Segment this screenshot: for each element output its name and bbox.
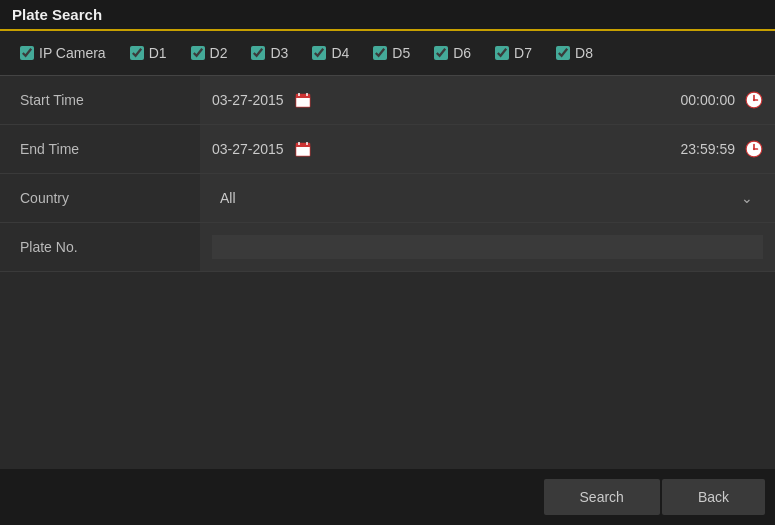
d8-checkbox-item[interactable]: D8 bbox=[556, 45, 593, 61]
d1-checkbox[interactable] bbox=[130, 46, 144, 60]
title-bar: Plate Search bbox=[0, 0, 775, 31]
spacer bbox=[0, 272, 775, 447]
d1-checkbox-item[interactable]: D1 bbox=[130, 45, 167, 61]
d8-checkbox[interactable] bbox=[556, 46, 570, 60]
country-row: Country All USA UK Canada Australia bbox=[0, 174, 775, 223]
plate-no-input[interactable] bbox=[212, 235, 763, 259]
camera-row: IP Camera D1 D2 D3 D4 D5 D6 D7 D8 bbox=[0, 31, 775, 76]
end-clock-icon[interactable] bbox=[745, 140, 763, 158]
d7-checkbox-item[interactable]: D7 bbox=[495, 45, 532, 61]
ip-camera-label: IP Camera bbox=[39, 45, 106, 61]
d5-checkbox-item[interactable]: D5 bbox=[373, 45, 410, 61]
d6-checkbox-item[interactable]: D6 bbox=[434, 45, 471, 61]
d4-checkbox[interactable] bbox=[312, 46, 326, 60]
d8-label: D8 bbox=[575, 45, 593, 61]
bottom-button-area: Search Back bbox=[0, 469, 775, 525]
end-time-value: 03-27-2015 23:59:59 bbox=[200, 125, 775, 173]
d3-checkbox[interactable] bbox=[251, 46, 265, 60]
plate-no-value[interactable] bbox=[200, 223, 775, 271]
end-time-text: 23:59:59 bbox=[681, 141, 736, 157]
plate-no-row: Plate No. bbox=[0, 223, 775, 271]
end-time-label: End Time bbox=[0, 131, 200, 167]
d4-checkbox-item[interactable]: D4 bbox=[312, 45, 349, 61]
start-date-text: 03-27-2015 bbox=[212, 92, 284, 108]
search-button[interactable]: Search bbox=[544, 479, 660, 515]
svg-point-8 bbox=[753, 99, 755, 101]
start-datetime-container: 03-27-2015 00:00:00 bbox=[212, 91, 763, 109]
start-clock-icon[interactable] bbox=[745, 91, 763, 109]
start-time-text: 00:00:00 bbox=[681, 92, 736, 108]
end-calendar-icon[interactable] bbox=[294, 140, 312, 158]
end-datetime-container: 03-27-2015 23:59:59 bbox=[212, 140, 763, 158]
svg-rect-10 bbox=[296, 146, 310, 156]
svg-point-17 bbox=[753, 148, 755, 150]
end-date-text: 03-27-2015 bbox=[212, 141, 284, 157]
country-label: Country bbox=[0, 180, 200, 216]
ip-camera-checkbox[interactable] bbox=[20, 46, 34, 60]
svg-rect-2 bbox=[296, 94, 310, 98]
country-select[interactable]: All USA UK Canada Australia bbox=[212, 186, 763, 210]
plate-no-label: Plate No. bbox=[0, 229, 200, 265]
d3-checkbox-item[interactable]: D3 bbox=[251, 45, 288, 61]
start-time-label: Start Time bbox=[0, 82, 200, 118]
d6-label: D6 bbox=[453, 45, 471, 61]
d4-label: D4 bbox=[331, 45, 349, 61]
start-time-row: Start Time 03-27-2015 00:00:00 bbox=[0, 76, 775, 125]
svg-rect-1 bbox=[296, 97, 310, 107]
d5-checkbox[interactable] bbox=[373, 46, 387, 60]
d3-label: D3 bbox=[270, 45, 288, 61]
d2-checkbox[interactable] bbox=[191, 46, 205, 60]
country-value[interactable]: All USA UK Canada Australia bbox=[200, 174, 775, 222]
page-title: Plate Search bbox=[12, 6, 102, 23]
end-time-row: End Time 03-27-2015 23:59:59 bbox=[0, 125, 775, 174]
d7-checkbox[interactable] bbox=[495, 46, 509, 60]
d2-label: D2 bbox=[210, 45, 228, 61]
ip-camera-checkbox-item[interactable]: IP Camera bbox=[20, 45, 106, 61]
start-calendar-icon[interactable] bbox=[294, 91, 312, 109]
d7-label: D7 bbox=[514, 45, 532, 61]
country-select-wrapper[interactable]: All USA UK Canada Australia bbox=[212, 186, 763, 210]
svg-rect-11 bbox=[296, 143, 310, 147]
d6-checkbox[interactable] bbox=[434, 46, 448, 60]
form-section: Start Time 03-27-2015 00:00:00 bbox=[0, 76, 775, 272]
d5-label: D5 bbox=[392, 45, 410, 61]
start-time-value: 03-27-2015 00:00:00 bbox=[200, 76, 775, 124]
back-button[interactable]: Back bbox=[662, 479, 765, 515]
d1-label: D1 bbox=[149, 45, 167, 61]
d2-checkbox-item[interactable]: D2 bbox=[191, 45, 228, 61]
